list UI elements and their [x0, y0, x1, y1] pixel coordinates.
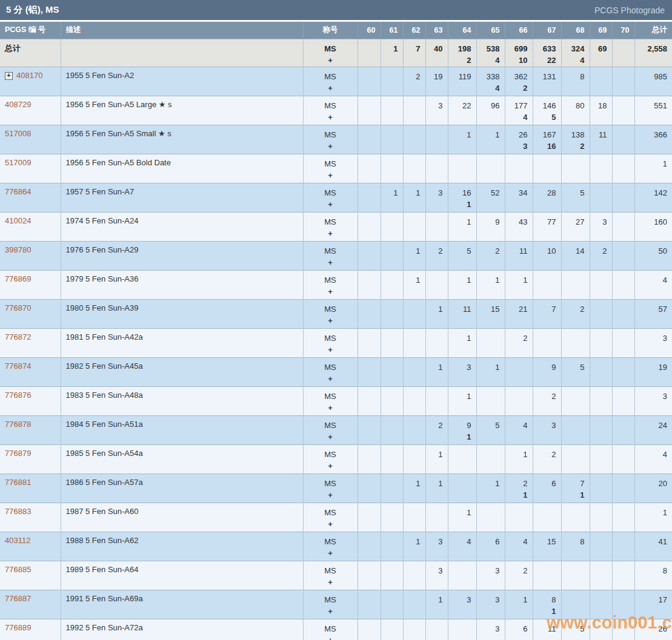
totals-total-cell: 2,558 — [634, 39, 672, 67]
designation-cell: MS+ — [303, 125, 358, 154]
grade-count-cell: 18 — [590, 96, 612, 125]
grade-count-cell: 11 — [533, 619, 561, 640]
pcgs-number-cell: 776881 — [0, 473, 61, 503]
pcgs-number-link[interactable]: 776885 — [5, 565, 31, 574]
grade-count-cell: 1 — [425, 473, 448, 503]
row-total-cell: 551 — [634, 96, 672, 125]
pcgs-number-cell: 776887 — [0, 590, 61, 619]
grade-count-cell — [612, 154, 634, 183]
grade-count-cell — [590, 357, 612, 386]
grade-count-cell — [612, 386, 634, 415]
pcgs-number-link[interactable]: 776874 — [5, 361, 31, 371]
grade-count-cell: 1 — [505, 270, 533, 299]
pcgs-number-link[interactable]: 776878 — [5, 420, 31, 429]
pcgs-number-cell: 776870 — [0, 299, 61, 328]
totals-description-cell — [61, 39, 303, 67]
pcgs-number-link[interactable]: 398780 — [5, 245, 31, 254]
row-total-cell: 142 — [634, 183, 672, 212]
grade-count-cell — [590, 67, 612, 96]
grade-count-cell — [561, 503, 590, 532]
grade-count-cell: 19 — [425, 67, 448, 96]
grade-count-cell — [448, 473, 476, 503]
pcgs-number-link[interactable]: 776887 — [5, 594, 31, 603]
grade-count-cell: 1 — [448, 328, 476, 357]
grade-count-cell — [561, 270, 590, 299]
row-total-cell: 8 — [634, 561, 672, 590]
grade-count-cell — [403, 96, 425, 125]
pcgs-number-link[interactable]: 403112 — [5, 536, 30, 545]
totals-label: 总计 — [0, 39, 61, 67]
row-total-cell: 3 — [634, 386, 672, 415]
designation-cell: MS+ — [303, 590, 358, 619]
coin-description: 1982 5 Fen Sun-A45a — [61, 357, 303, 386]
pcgs-number-cell: 776864 — [0, 183, 61, 212]
designation-cell: MS+ — [303, 444, 358, 473]
grade-count-cell: 52 — [476, 183, 505, 212]
col-header-total: 总计 — [634, 22, 672, 39]
pcgs-number-link[interactable]: 776876 — [5, 391, 31, 400]
grade-count-cell — [590, 444, 612, 473]
table-row: 3987801976 5 Fen Sun-A29MS+1252111014250 — [0, 241, 672, 270]
pcgs-number-link[interactable]: 776883 — [5, 507, 31, 516]
row-total-cell: 985 — [634, 67, 672, 96]
coin-description: 1955 5 Fen Sun-A2 — [61, 67, 303, 96]
grade-count-cell: 131 — [533, 67, 561, 96]
grade-count-cell — [505, 386, 533, 415]
grade-count-cell — [612, 444, 634, 473]
coin-description: 1992 5 Fen Sun-A72a — [61, 619, 303, 640]
grade-count-cell: 91 — [448, 415, 476, 444]
grade-count-cell — [381, 241, 403, 270]
pcgs-number-link[interactable]: 776864 — [5, 187, 31, 196]
grade-count-cell: 2 — [505, 328, 533, 357]
table-row: 5170091956 5 Fen Sun-A5 Bold DateMS+1 — [0, 154, 672, 183]
grade-count-cell: 11 — [448, 299, 476, 328]
grade-count-cell — [403, 503, 425, 532]
col-header-grade-62: 62 — [403, 22, 425, 39]
grade-count-cell: 3 — [425, 561, 448, 590]
grade-count-cell: 80 — [561, 96, 590, 125]
pcgs-number-link[interactable]: 408170 — [16, 71, 42, 80]
pcgs-number-link[interactable]: 776879 — [5, 449, 31, 458]
pcgs-number-link[interactable]: 410024 — [5, 216, 31, 225]
col-header-grade-66: 66 — [505, 22, 533, 39]
totals-grade-cell: 5384 — [476, 39, 505, 67]
col-header-grade-68: 68 — [561, 22, 590, 39]
pcgs-number-link[interactable]: 776869 — [5, 274, 31, 283]
coin-description: 1985 5 Fen Sun-A54a — [61, 444, 303, 473]
grade-count-cell — [590, 619, 612, 640]
pcgs-number-link[interactable]: 517009 — [5, 158, 31, 167]
pcgs-number-cell: 776869 — [0, 270, 61, 299]
pcgs-number-link[interactable]: 776870 — [5, 303, 31, 312]
grade-count-cell — [425, 328, 448, 357]
designation-cell: MS+ — [303, 183, 358, 212]
row-total-cell: 1 — [634, 154, 672, 183]
pcgs-number-link[interactable]: 517008 — [5, 129, 31, 138]
pcgs-number-link[interactable]: 776881 — [5, 478, 31, 487]
grade-count-cell — [505, 357, 533, 386]
grade-count-cell: 1 — [448, 212, 476, 241]
grade-count-cell — [425, 386, 448, 415]
grade-count-cell: 14 — [561, 241, 590, 270]
designation-cell: MS+ — [303, 96, 358, 125]
title-bar: 5 分 (铝), MS PCGS Photograde — [0, 0, 672, 20]
totals-grade-cell: 69 — [590, 39, 612, 67]
grade-count-cell — [448, 561, 476, 590]
table-row: 7768891992 5 Fen Sun-A72aMS+3611526 — [0, 619, 672, 640]
grade-count-cell — [381, 503, 403, 532]
pcgs-number-link[interactable]: 408729 — [5, 100, 31, 109]
grade-count-cell: 2 — [533, 386, 561, 415]
pcgs-number-link[interactable]: 776889 — [5, 623, 31, 632]
grade-count-cell: 8 — [561, 67, 590, 96]
totals-grade-cell: 63322 — [533, 39, 561, 67]
coin-description: 1984 5 Fen Sun-A51a — [61, 415, 303, 444]
photograde-link[interactable]: PCGS Photograde — [594, 5, 665, 15]
grade-count-cell — [612, 503, 634, 532]
grade-count-cell — [403, 590, 425, 619]
grade-count-cell — [358, 473, 381, 503]
designation-cell: MS+ — [303, 357, 358, 386]
expand-icon[interactable]: + — [5, 72, 13, 80]
grade-count-cell: 3 — [425, 532, 448, 561]
grade-count-cell — [358, 357, 381, 386]
grade-count-cell — [403, 415, 425, 444]
pcgs-number-link[interactable]: 776872 — [5, 332, 31, 341]
